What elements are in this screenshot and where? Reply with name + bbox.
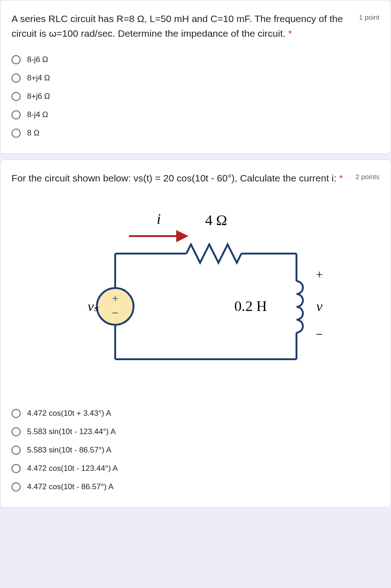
options-group: 8-j6 Ω 8+j4 Ω 8+j6 Ω 8-j4 Ω 8 Ω	[11, 51, 380, 142]
question-header: For the circuit shown below: vs(t) = 20 …	[11, 171, 380, 186]
radio-icon	[11, 74, 21, 83]
radio-icon	[11, 92, 21, 101]
radio-option[interactable]: 5.583 sin(10t - 123.44°) A	[11, 423, 380, 441]
radio-icon	[11, 446, 21, 455]
radio-option[interactable]: 8+j4 Ω	[11, 69, 380, 87]
radio-option[interactable]: 8-j6 Ω	[11, 51, 380, 69]
resistor-label: 4 Ω	[205, 212, 227, 228]
option-label: 8-j6 Ω	[27, 55, 48, 64]
options-group: 4.472 cos(10t + 3.43°) A 5.583 sin(10t -…	[11, 404, 380, 496]
question-header: A series RLC circuit has R=8 Ω, L=50 mH …	[11, 11, 380, 40]
radio-icon	[11, 464, 21, 473]
radio-icon	[11, 427, 21, 436]
svg-text:−: −	[112, 306, 119, 320]
option-label: 8-j4 Ω	[27, 110, 48, 119]
circuit-diagram: + − vₛ i 4 Ω 0.2 H + v −	[49, 198, 342, 391]
question-card-1: A series RLC circuit has R=8 Ω, L=50 mH …	[0, 0, 391, 154]
radio-icon	[11, 129, 21, 138]
radio-option[interactable]: 8 Ω	[11, 124, 380, 142]
option-label: 8+j6 Ω	[27, 92, 50, 101]
radio-option[interactable]: 8-j4 Ω	[11, 106, 380, 124]
question-prompt: For the circuit shown below: vs(t) = 20 …	[11, 173, 336, 183]
plus-label: +	[316, 267, 323, 282]
question-card-2: For the circuit shown below: vs(t) = 20 …	[0, 159, 391, 508]
i-label: i	[157, 210, 161, 227]
radio-option[interactable]: 4.472 cos(10t - 123.44°) A	[11, 459, 380, 478]
radio-icon	[11, 482, 21, 492]
option-label: 4.472 cos(10t - 86.57°) A	[27, 482, 113, 492]
question-text: For the circuit shown below: vs(t) = 20 …	[11, 171, 348, 186]
radio-option[interactable]: 4.472 cos(10t + 3.43°) A	[11, 404, 380, 423]
vs-label: vₛ	[88, 299, 99, 314]
question-points: 2 points	[355, 171, 380, 181]
svg-text:+: +	[112, 292, 119, 305]
radio-icon	[11, 55, 21, 64]
inductor-label: 0.2 H	[234, 298, 267, 314]
option-label: 4.472 cos(10t - 123.44°) A	[27, 464, 118, 473]
v-label: v	[316, 299, 323, 314]
svg-marker-11	[177, 232, 186, 241]
option-label: 5.583 sin(10t - 86.57°) A	[27, 446, 112, 455]
radio-option[interactable]: 8+j6 Ω	[11, 87, 380, 106]
minus-label: −	[316, 327, 323, 341]
required-asterisk: *	[288, 28, 292, 39]
radio-icon	[11, 409, 21, 418]
question-prompt: A series RLC circuit has R=8 Ω, L=50 mH …	[11, 13, 343, 39]
option-label: 8 Ω	[27, 129, 39, 138]
question-points: 1 point	[359, 11, 380, 21]
radio-icon	[11, 110, 21, 119]
radio-option[interactable]: 5.583 sin(10t - 86.57°) A	[11, 441, 380, 459]
radio-option[interactable]: 4.472 cos(10t - 86.57°) A	[11, 478, 380, 496]
option-label: 4.472 cos(10t + 3.43°) A	[27, 409, 111, 418]
option-label: 8+j4 Ω	[27, 74, 50, 83]
option-label: 5.583 sin(10t - 123.44°) A	[27, 427, 116, 436]
question-text: A series RLC circuit has R=8 Ω, L=50 mH …	[11, 11, 352, 40]
required-asterisk: *	[339, 173, 343, 183]
